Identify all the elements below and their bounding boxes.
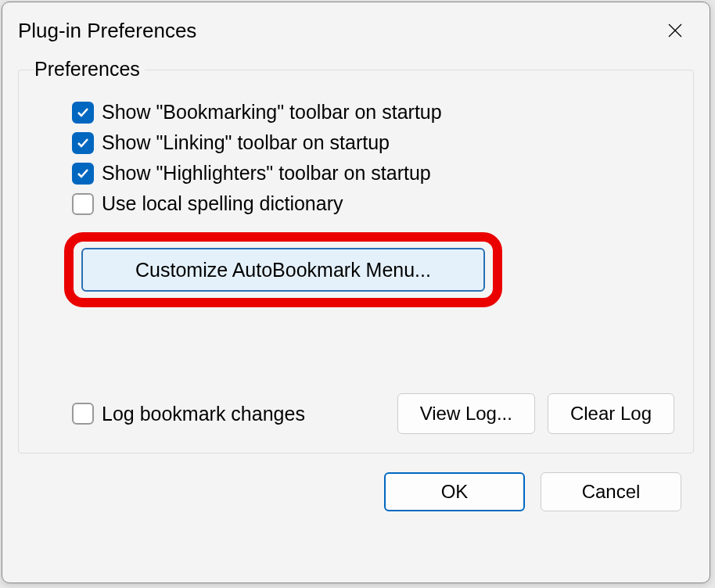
checkbox-row-linking: Show "Linking" toolbar on startup (72, 131, 674, 154)
annotation-highlight: Customize AutoBookmark Menu... (64, 232, 502, 307)
checkmark-icon (76, 167, 90, 181)
titlebar: Plug-in Preferences (2, 2, 710, 46)
checkmark-icon (76, 136, 90, 150)
checkbox-label: Log bookmark changes (102, 403, 305, 425)
clear-log-button[interactable]: Clear Log (548, 393, 674, 434)
checkbox-linking[interactable] (72, 132, 94, 154)
log-buttons: View Log... Clear Log (397, 393, 674, 434)
view-log-button[interactable]: View Log... (397, 393, 535, 434)
close-icon (667, 23, 683, 38)
plugin-preferences-dialog: Plug-in Preferences Preferences Show "Bo… (2, 2, 710, 583)
checkbox-row-log: Log bookmark changes (72, 403, 305, 425)
checkbox-spelling[interactable] (72, 193, 94, 215)
preferences-fieldset: Preferences Show "Bookmarking" toolbar o… (18, 70, 694, 454)
checkbox-highlighters[interactable] (72, 163, 94, 185)
checkbox-label: Show "Bookmarking" toolbar on startup (102, 101, 442, 124)
checkbox-label: Show "Highlighters" toolbar on startup (102, 162, 431, 185)
dialog-title: Plug-in Preferences (18, 19, 196, 43)
checkbox-row-bookmarking: Show "Bookmarking" toolbar on startup (72, 101, 674, 124)
checkbox-log-changes[interactable] (72, 403, 94, 425)
checkbox-group: Show "Bookmarking" toolbar on startup Sh… (72, 101, 674, 215)
checkbox-row-spelling: Use local spelling dictionary (72, 192, 674, 215)
checkmark-icon (76, 106, 90, 120)
dialog-footer: OK Cancel (2, 472, 681, 511)
cancel-button[interactable]: Cancel (541, 472, 681, 511)
checkbox-bookmarking[interactable] (72, 102, 94, 124)
checkbox-row-highlighters: Show "Highlighters" toolbar on startup (72, 162, 674, 185)
close-button[interactable] (659, 15, 691, 46)
log-row: Log bookmark changes View Log... Clear L… (72, 393, 674, 434)
fieldset-legend: Preferences (34, 58, 145, 81)
checkbox-label: Show "Linking" toolbar on startup (102, 131, 390, 154)
checkbox-label: Use local spelling dictionary (102, 192, 343, 215)
ok-button[interactable]: OK (384, 472, 525, 511)
customize-autobookmark-button[interactable]: Customize AutoBookmark Menu... (81, 248, 485, 292)
